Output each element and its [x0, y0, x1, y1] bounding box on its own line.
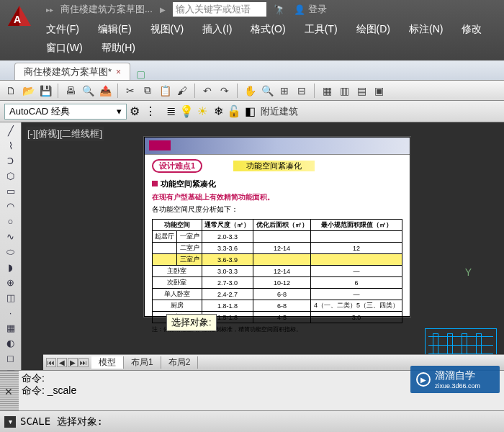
rect-icon[interactable]: ▭ — [4, 186, 17, 197]
watermark: ▶ 溜溜自学zixue.3d66.com — [410, 366, 500, 393]
circle-icon[interactable]: ○ — [4, 216, 17, 227]
new-icon[interactable]: 🗋 — [4, 84, 17, 97]
props-icon[interactable]: ▦ — [320, 84, 333, 97]
ole-object[interactable]: 设计难点1 功能空间紧凑化 功能空间紧凑化 在现有户型基础上有效精简功能面积。 … — [144, 137, 410, 317]
polyline-icon[interactable]: Ↄ — [4, 156, 17, 166]
document-tab[interactable]: 商住楼建筑方案草图* × — [14, 63, 130, 80]
command-tooltip: 选择对象: — [166, 314, 217, 331]
menu-item[interactable]: 工具(T) — [305, 23, 338, 36]
zoom-icon[interactable]: 🔍 — [261, 84, 274, 97]
close-icon[interactable]: × — [116, 67, 121, 77]
ws-gear-icon[interactable]: ⚙ — [127, 104, 143, 120]
qat-expand-icon[interactable]: ▸▸ — [42, 6, 58, 14]
ole-badge1: 设计难点1 — [152, 159, 202, 173]
ellipse-icon[interactable]: ⬭ — [4, 246, 17, 258]
layout-tab[interactable]: 布局1 — [124, 356, 161, 369]
workspace-selector[interactable]: AutoCAD 经典▾ — [4, 104, 127, 120]
menu-item[interactable]: 修改 — [462, 23, 482, 36]
cut-icon[interactable]: ✂ — [124, 84, 137, 97]
layout-tab[interactable]: 布局2 — [161, 356, 199, 369]
menu-item[interactable]: 编辑(E) — [98, 23, 132, 36]
ole-table: 功能空间通常尺度（㎡）优化后面积（㎡）最小规范面积限值（㎡）起居厅一室户2.0-… — [152, 219, 402, 323]
status-toggle-icon[interactable]: ▾ — [4, 416, 16, 428]
menu-item[interactable]: 帮助(H) — [102, 42, 135, 55]
menu-item[interactable]: 视图(V) — [150, 23, 184, 36]
publish-icon[interactable]: 📤 — [99, 84, 112, 97]
block-icon[interactable]: ◫ — [4, 292, 17, 303]
tab-title: 商住楼建筑方案草图* — [24, 66, 112, 78]
copy-icon[interactable]: ⧉ — [141, 84, 154, 97]
line-icon[interactable]: ╱ — [4, 125, 17, 136]
bulb-icon[interactable]: 💡 — [179, 104, 194, 120]
preview-icon[interactable]: 🔍 — [81, 84, 94, 97]
ucs-y-label: Y — [465, 266, 472, 278]
tpalette-icon[interactable]: ▤ — [355, 84, 368, 97]
sun-icon[interactable]: ☀ — [194, 104, 210, 120]
dcenter-icon[interactable]: ▥ — [338, 84, 351, 97]
ws-grip-icon[interactable]: ⋮ — [143, 104, 158, 120]
draw-toolbar: ╱ ⌇ Ↄ ⬡ ▭ ◠ ○ ∿ ⬭ ◗ ⊕ ◫ · ▦ ◐ ◻ ▤ A — [0, 122, 22, 370]
polygon-icon[interactable]: ⬡ — [4, 171, 17, 181]
menu-item[interactable]: 格式(O) — [251, 23, 285, 36]
ellipse-arc-icon[interactable]: ◗ — [4, 262, 17, 273]
new-tab-icon[interactable]: ▢ — [130, 68, 151, 80]
drawing-canvas[interactable]: [-][俯视][二维线框] 设计难点1 功能空间紧凑化 功能空间紧凑化 在现有户… — [22, 122, 504, 370]
layout-tab[interactable]: 模型 — [91, 356, 124, 369]
sheet-icon[interactable]: ▣ — [372, 84, 385, 97]
user-icon[interactable]: 👤 — [294, 4, 305, 15]
save-icon[interactable]: 💾 — [39, 84, 52, 97]
search-input[interactable]: 输入关键字或短语 — [173, 2, 266, 17]
menu-item[interactable]: 标注(N) — [409, 23, 443, 36]
qat-arrow-icon: ▶ — [156, 6, 170, 14]
gradient-icon[interactable]: ◐ — [4, 338, 17, 348]
print-icon[interactable]: 🖶 — [64, 84, 77, 97]
ole-badge2: 功能空间紧凑化 — [233, 161, 315, 171]
region-icon[interactable]: ◻ — [4, 353, 17, 364]
spline-icon[interactable]: ∿ — [4, 231, 17, 242]
status-bar: ▾ SCALE 选择对象: — [0, 410, 504, 432]
insert-icon[interactable]: ⊕ — [4, 277, 17, 288]
arc-icon[interactable]: ◠ — [4, 201, 17, 212]
menu-item[interactable]: 绘图(D) — [356, 23, 390, 36]
binoculars-icon[interactable]: 🔭 — [274, 4, 285, 15]
open-icon[interactable]: 📂 — [22, 84, 35, 97]
chevron-down-icon: ▾ — [117, 106, 122, 117]
play-icon: ▶ — [416, 372, 431, 387]
status-prompt: SCALE 选择对象: — [20, 415, 103, 428]
layout-nav[interactable]: ⏮◀▶⏭ — [43, 358, 91, 367]
redo-icon[interactable]: ↷ — [218, 84, 231, 97]
close-palette-icon[interactable]: ✕ — [4, 386, 16, 397]
layer-color-icon[interactable]: ◧ — [242, 104, 258, 120]
pline-icon[interactable]: ⌇ — [4, 140, 17, 151]
layer-state-icon[interactable]: ≣ — [163, 104, 179, 120]
point-icon[interactable]: · — [4, 307, 17, 318]
paste-icon[interactable]: 📋 — [158, 84, 171, 97]
layer-name[interactable]: 附近建筑 — [258, 105, 298, 118]
zoom-prev-icon[interactable]: ⊟ — [295, 84, 308, 97]
hatch-icon[interactable]: ▦ — [4, 323, 17, 333]
menu-item[interactable]: 文件(F) — [46, 23, 79, 36]
undo-icon[interactable]: ↶ — [201, 84, 214, 97]
viewport-label[interactable]: [-][俯视][二维线框] — [26, 127, 104, 141]
svg-text:A: A — [14, 14, 21, 25]
menu-item[interactable]: 窗口(W) — [46, 42, 83, 55]
lock-icon[interactable]: 🔓 — [226, 104, 242, 120]
menu-item[interactable]: 插入(I) — [202, 23, 232, 36]
login-link[interactable]: 登录 — [308, 3, 327, 16]
title-fragment: 商住楼建筑方案草图... — [60, 3, 153, 16]
pan-icon[interactable]: ✋ — [243, 84, 256, 97]
app-logo: A — [0, 0, 39, 60]
zoom-win-icon[interactable]: ⊞ — [278, 84, 291, 97]
match-icon[interactable]: 🖌 — [176, 84, 189, 97]
freeze-icon[interactable]: ❄ — [210, 104, 226, 120]
standard-toolbar: 🗋 📂 💾 🖶 🔍 📤 ✂ ⧉ 📋 🖌 ↶ ↷ ✋ 🔍 ⊞ ⊟ ▦ ▥ ▤ ▣ — [0, 81, 504, 101]
